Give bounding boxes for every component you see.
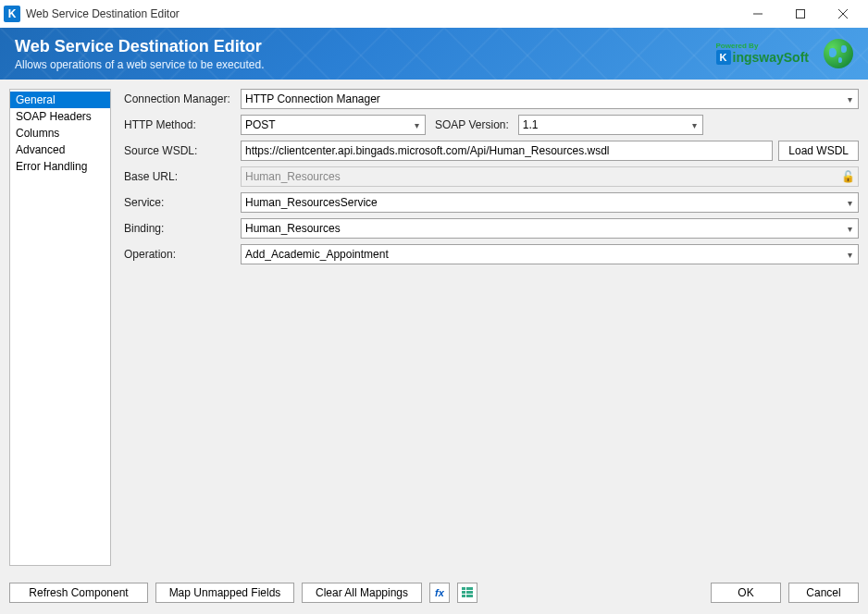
expression-button[interactable]: fx	[429, 583, 450, 603]
row-http-method: HTTP Method: POST ▾ SOAP Version: 1.1 ▾	[124, 115, 859, 135]
svg-rect-2	[466, 587, 473, 590]
source-wsdl-value: https://clientcenter.api.bingads.microso…	[245, 144, 610, 157]
soap-version-value: 1.1	[523, 118, 539, 131]
label-operation: Operation:	[124, 248, 235, 261]
map-unmapped-fields-button[interactable]: Map Unmapped Fields	[155, 583, 294, 603]
ok-button[interactable]: OK	[711, 583, 781, 603]
header-logo-area: Powered By K ingswaySoft	[716, 39, 853, 68]
operation-dropdown[interactable]: Add_Academic_Appointment ▾	[241, 244, 859, 264]
minimize-button[interactable]	[737, 0, 779, 28]
chevron-down-icon: ▾	[846, 224, 854, 234]
connection-manager-dropdown[interactable]: HTTP Connection Manager ▾	[241, 89, 859, 109]
row-service: Service: Human_ResourcesService ▾	[124, 192, 859, 213]
kingswaysoft-logo: Powered By K ingswaySoft	[716, 43, 809, 65]
maximize-button[interactable]	[779, 0, 822, 28]
row-operation: Operation: Add_Academic_Appointment ▾	[124, 244, 859, 264]
label-base-url: Base URL:	[124, 170, 235, 183]
sidebar-item-error-handling[interactable]: Error Handling	[10, 158, 110, 175]
svg-rect-6	[466, 595, 473, 597]
content-area: General SOAP Headers Columns Advanced Er…	[0, 80, 868, 575]
svg-rect-5	[462, 595, 465, 597]
base-url-value: Human_Resources	[245, 170, 341, 183]
soap-version-dropdown[interactable]: 1.1 ▾	[518, 115, 703, 135]
chevron-down-icon: ▾	[413, 120, 421, 130]
globe-icon	[824, 39, 853, 68]
row-binding: Binding: Human_Resources ▾	[124, 218, 859, 239]
clear-all-mappings-button[interactable]: Clear All Mappings	[302, 583, 422, 603]
label-http-method: HTTP Method:	[124, 118, 235, 131]
chevron-down-icon: ▾	[690, 120, 699, 130]
sidebar-item-columns[interactable]: Columns	[10, 125, 110, 141]
load-wsdl-button[interactable]: Load WSDL	[778, 141, 859, 161]
banner-title: Web Service Destination Editor	[15, 37, 716, 56]
lock-icon[interactable]	[841, 170, 854, 183]
close-button[interactable]	[822, 0, 864, 28]
connection-manager-value: HTTP Connection Manager	[245, 92, 380, 105]
titlebar: K Web Service Destination Editor	[0, 0, 868, 28]
window-title: Web Service Destination Editor	[26, 7, 737, 20]
sidebar-item-advanced[interactable]: Advanced	[10, 141, 110, 158]
label-service: Service:	[124, 196, 235, 209]
service-value: Human_ResourcesService	[245, 196, 378, 209]
banner-subtitle: Allows operations of a web service to be…	[15, 58, 716, 71]
row-connection-manager: Connection Manager: HTTP Connection Mana…	[124, 89, 859, 109]
app-icon: K	[4, 6, 20, 22]
sidebar-item-soap-headers[interactable]: SOAP Headers	[10, 108, 110, 125]
cancel-button[interactable]: Cancel	[788, 583, 859, 603]
http-method-dropdown[interactable]: POST ▾	[241, 115, 426, 135]
operation-value: Add_Academic_Appointment	[245, 248, 389, 261]
columns-view-button[interactable]	[457, 583, 477, 603]
chevron-down-icon: ▾	[846, 94, 854, 104]
label-source-wsdl: Source WSDL:	[124, 144, 235, 157]
sidebar-item-general[interactable]: General	[10, 92, 110, 108]
header-banner: Web Service Destination Editor Allows op…	[0, 28, 868, 80]
svg-rect-0	[797, 10, 805, 18]
chevron-down-icon: ▾	[846, 250, 854, 260]
label-binding: Binding:	[124, 222, 235, 235]
powered-by-text: Powered By	[716, 43, 759, 50]
base-url-field: Human_Resources	[241, 166, 859, 187]
binding-value: Human_Resources	[245, 222, 341, 235]
binding-dropdown[interactable]: Human_Resources ▾	[241, 218, 859, 239]
form-area: Connection Manager: HTTP Connection Mana…	[124, 89, 859, 566]
logo-k-icon: K	[716, 50, 731, 65]
service-dropdown[interactable]: Human_ResourcesService ▾	[241, 192, 859, 213]
sidebar: General SOAP Headers Columns Advanced Er…	[9, 89, 111, 566]
row-source-wsdl: Source WSDL: https://clientcenter.api.bi…	[124, 141, 859, 161]
source-wsdl-input[interactable]: https://clientcenter.api.bingads.microso…	[241, 141, 773, 161]
http-method-value: POST	[245, 118, 276, 131]
chevron-down-icon: ▾	[846, 198, 854, 208]
refresh-component-button[interactable]: Refresh Component	[9, 583, 148, 603]
header-text: Web Service Destination Editor Allows op…	[15, 37, 716, 71]
label-soap-version: SOAP Version:	[431, 118, 513, 131]
footer: Refresh Component Map Unmapped Fields Cl…	[0, 575, 868, 614]
svg-rect-1	[462, 587, 465, 590]
svg-rect-3	[462, 591, 465, 594]
svg-rect-4	[466, 591, 473, 594]
window-controls	[737, 0, 864, 28]
label-connection-manager: Connection Manager:	[124, 92, 235, 105]
logo-brand-text: ingswaySoft	[733, 51, 809, 64]
row-base-url: Base URL: Human_Resources	[124, 166, 859, 187]
